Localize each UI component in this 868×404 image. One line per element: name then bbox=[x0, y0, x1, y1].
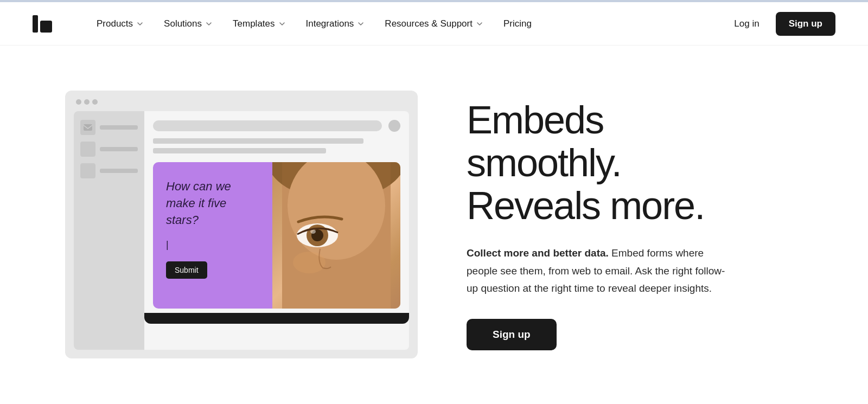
browser-dots bbox=[76, 99, 98, 105]
browser-dot-2 bbox=[84, 99, 90, 105]
nav-products-label: Products bbox=[97, 18, 133, 29]
logo-square bbox=[40, 21, 52, 33]
nav-item-resources[interactable]: Resources & Support bbox=[377, 14, 492, 34]
email-line-1 bbox=[153, 138, 363, 144]
email-text-lines bbox=[153, 138, 400, 153]
email-sidebar bbox=[74, 111, 144, 350]
email-line-2 bbox=[153, 148, 326, 153]
sidebar-text-line bbox=[100, 125, 138, 130]
form-cursor: | bbox=[166, 239, 259, 251]
browser-body: How can we make it five stars? | Submit bbox=[74, 111, 409, 350]
email-header-bar bbox=[153, 120, 400, 132]
form-right-panel bbox=[272, 162, 400, 309]
nav-signup-button[interactable]: Sign up bbox=[776, 12, 835, 36]
nav-integrations-label: Integrations bbox=[306, 18, 354, 29]
sidebar-text-line-3 bbox=[100, 169, 138, 173]
chevron-down-icon bbox=[475, 20, 484, 28]
hero-signup-button[interactable]: Sign up bbox=[467, 319, 557, 350]
svg-rect-0 bbox=[84, 124, 92, 131]
mail-icon bbox=[80, 120, 95, 135]
login-label: Log in bbox=[734, 18, 759, 29]
email-avatar bbox=[388, 120, 400, 132]
nav-solutions-label: Solutions bbox=[164, 18, 202, 29]
nav-item-solutions[interactable]: Solutions bbox=[156, 14, 221, 34]
main-content: How can we make it five stars? | Submit bbox=[0, 46, 868, 403]
face-image bbox=[272, 162, 400, 309]
hero-title: Embeds smoothly. Reveals more. bbox=[467, 99, 727, 228]
hero-description: Collect more and better data. Embed form… bbox=[467, 245, 727, 297]
browser-mockup: How can we make it five stars? | Submit bbox=[65, 91, 418, 358]
form-submit-button: Submit bbox=[166, 261, 207, 279]
nav-item-templates[interactable]: Templates bbox=[225, 14, 293, 34]
browser-top-bar bbox=[74, 99, 409, 105]
email-sidebar-item bbox=[80, 120, 138, 135]
chevron-down-icon bbox=[205, 20, 213, 28]
nav-resources-label: Resources & Support bbox=[385, 18, 473, 29]
hero-content: Embeds smoothly. Reveals more. Collect m… bbox=[467, 99, 727, 350]
nav-item-products[interactable]: Products bbox=[89, 14, 152, 34]
logo[interactable] bbox=[33, 15, 56, 33]
form-left-panel: How can we make it five stars? | Submit bbox=[153, 162, 272, 309]
sidebar-text-line-2 bbox=[100, 147, 138, 151]
email-main: How can we make it five stars? | Submit bbox=[144, 111, 409, 350]
nav-templates-label: Templates bbox=[233, 18, 275, 29]
hero-description-bold: Collect more and better data. bbox=[467, 247, 609, 259]
browser-taskbar bbox=[144, 313, 409, 324]
nav-actions: Log in Sign up bbox=[726, 12, 835, 36]
sidebar-icon-2 bbox=[80, 142, 95, 157]
chevron-down-icon bbox=[136, 20, 144, 28]
browser-dot-1 bbox=[76, 99, 81, 105]
form-question-text: How can we make it five stars? bbox=[166, 178, 259, 228]
chevron-down-icon bbox=[278, 20, 286, 28]
browser-dot-3 bbox=[92, 99, 98, 105]
svg-rect-9 bbox=[282, 162, 391, 309]
logo-bar bbox=[33, 15, 38, 33]
logo-icon bbox=[33, 15, 56, 33]
nav-items: Products Solutions Templates Integration… bbox=[89, 14, 726, 34]
nav-signup-label: Sign up bbox=[789, 18, 822, 29]
nav-item-pricing[interactable]: Pricing bbox=[496, 14, 539, 34]
email-sidebar-item-2 bbox=[80, 142, 138, 157]
sidebar-icon-3 bbox=[80, 163, 95, 178]
embedded-form-card: How can we make it five stars? | Submit bbox=[153, 162, 400, 309]
face-svg bbox=[272, 162, 400, 309]
hero-illustration: How can we make it five stars? | Submit bbox=[65, 91, 423, 358]
login-button[interactable]: Log in bbox=[726, 14, 767, 34]
nav-pricing-label: Pricing bbox=[503, 18, 532, 29]
email-search-bar bbox=[153, 120, 382, 131]
navigation: Products Solutions Templates Integration… bbox=[0, 2, 868, 46]
chevron-down-icon bbox=[356, 20, 365, 28]
email-sidebar-item-3 bbox=[80, 163, 138, 178]
nav-item-integrations[interactable]: Integrations bbox=[298, 14, 373, 34]
hero-signup-label: Sign up bbox=[493, 329, 531, 340]
